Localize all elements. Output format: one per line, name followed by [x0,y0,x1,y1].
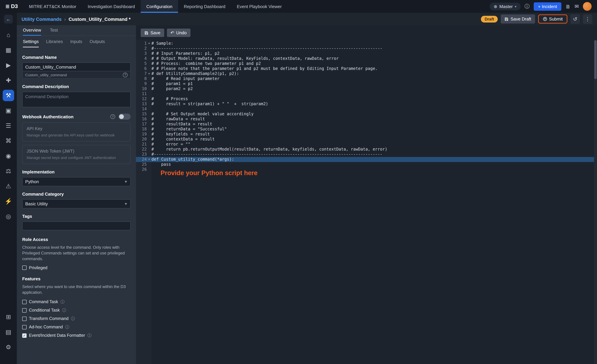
code-line-20[interactable]: 20# contextData = result [136,137,597,142]
alert-triangle-icon[interactable]: ⚠ [3,181,14,192]
avatar[interactable] [583,2,592,11]
pages-icon[interactable]: ⊞ [3,311,14,323]
implementation-select[interactable]: Python ▼ [22,177,131,186]
code-line-25[interactable]: 25 pass [136,162,597,167]
command-description-input[interactable] [22,92,131,107]
broadcast-icon[interactable]: ◉ [3,150,14,162]
api-key-card[interactable]: API Key Manage and generate the API keys… [22,122,131,142]
kebab-menu-button[interactable]: ⋮ [583,14,592,24]
info-icon[interactable]: ⓘ [87,333,92,338]
master-dropdown[interactable]: ⊕ Master ▾ [490,2,520,10]
integrations-icon[interactable]: ✚ [3,75,14,86]
code-line-11[interactable]: 11 [136,91,597,97]
feature-event-incident-data-formatter[interactable]: ✓Event/Incident Data Formatterⓘ [22,333,131,338]
code-line-21[interactable]: 21# error = "" [136,142,597,147]
chat-icon[interactable]: ✉ [575,3,579,9]
topnav-item-configuration[interactable]: Configuration [141,0,178,13]
code-line-8[interactable]: 8# # Read input parameter [136,76,597,81]
globe-icon: ⊕ [494,4,497,9]
document-icon[interactable]: 🗎 [566,4,571,9]
code-line-23[interactable]: 23#-------------------------------------… [136,152,597,157]
code-line-13[interactable]: 13# result = str(param1) + " " + str(par… [136,101,597,106]
code-line-2[interactable]: 2#--------------------------------------… [136,46,597,51]
incident-button[interactable]: + Incident [534,2,561,11]
panel-subtabs: SettingsLibrariesInputsOutputs [17,36,136,47]
code-line-24[interactable]: 24▾def Custom_utility_command(*args): [136,157,597,162]
editor-scrollbar[interactable] [594,40,597,364]
code-line-22[interactable]: 22# return pb.returnOutputModel(resultDa… [136,147,597,152]
topnav-item-event-playbook-viewer[interactable]: Event Playbook Viewer [231,0,288,13]
subtab-settings[interactable]: Settings [23,36,39,47]
playbook-icon[interactable]: ▶ [3,60,14,71]
fold-icon[interactable]: ▾ [147,157,151,162]
feature-transform-command[interactable]: Transform Commandⓘ [22,316,131,321]
code-line-16[interactable]: 16# rawData = result [136,117,597,122]
privileged-checkbox-row[interactable]: Privileged [22,265,131,270]
code-line-1[interactable]: 1▾# Sample: [136,41,597,46]
code-line-3[interactable]: 3# # Input Parameters: p1, p2 [136,51,597,56]
command-category-select[interactable]: Basic Utility ▼ [22,199,131,208]
editor-toolbar: Save ↶ Undo [136,25,597,40]
info-icon[interactable]: ⓘ [525,3,530,10]
code-line-12[interactable]: 12# # Process [136,97,597,101]
feature-conditional-task[interactable]: Conditional Taskⓘ [22,307,131,313]
code-line-6[interactable]: 6# # Please note that the parameter p1 a… [136,66,597,71]
topnav-item-reporting-dashboard[interactable]: Reporting Dashboard [178,0,231,13]
settings-gear-icon[interactable]: ⚙ [3,341,14,353]
code-line-14[interactable]: 14 [136,106,597,112]
info-icon[interactable]: ⓘ [62,307,66,313]
tab-overview[interactable]: Overview [23,25,41,36]
webhook-auth-toggle[interactable] [118,114,131,120]
submit-arrow-icon [543,17,547,21]
breadcrumb-parent-link[interactable]: Utility Commands [22,16,62,22]
info-icon[interactable]: ⓘ [60,299,64,305]
d3-logo[interactable]: ≣ D3 [0,0,23,13]
fold-icon[interactable]: ▾ [147,41,151,46]
save-draft-button[interactable]: Save Draft [501,15,535,23]
home-icon[interactable]: ⌂ [3,29,14,41]
subtab-outputs[interactable]: Outputs [90,36,105,47]
calendar-icon[interactable]: ▦ [3,44,14,56]
command-name-input[interactable] [22,62,131,71]
compliance-scale-icon[interactable]: ⚖ [3,165,14,177]
feature-ad-hoc-command[interactable]: Ad-hoc Commandⓘ [22,324,131,330]
info-icon[interactable]: ⓘ [65,324,69,330]
fold-icon [147,76,151,81]
code-line-4[interactable]: 4# # Output Model: rawData, resultData, … [136,56,597,61]
code-line-10[interactable]: 10# param2 = p2 [136,86,597,91]
editor-undo-button[interactable]: ↶ Undo [167,29,190,37]
code-line-15[interactable]: 15# # Set Output model value accordingly [136,112,597,117]
subtab-inputs[interactable]: Inputs [70,36,82,47]
code-area[interactable]: 1▾# Sample:2#---------------------------… [136,40,597,364]
code-line-18[interactable]: 18# returnData = "Successful" [136,127,597,132]
code-line-17[interactable]: 17# resultData = result [136,122,597,127]
connections-icon[interactable]: ⌘ [3,135,14,146]
feature-command-task[interactable]: Command Taskⓘ [22,299,131,305]
code-line-9[interactable]: 9# param1 = p1 [136,81,597,86]
fold-icon[interactable]: ▾ [147,71,151,76]
submit-button[interactable]: Submit [538,15,567,23]
code-line-19[interactable]: 19# keyfields = result [136,132,597,137]
editor-save-button[interactable]: Save [141,29,164,37]
history-button[interactable]: ↺ [570,14,580,24]
undo-icon: ↶ [171,30,174,35]
topnav-item-investigation-dashboard[interactable]: Investigation Dashboard [82,0,141,13]
automation-icon[interactable]: ⚡ [3,196,14,207]
data-stack-icon[interactable]: ☰ [3,120,14,131]
apps-icon[interactable]: ▣ [3,105,14,116]
utility-commands-icon[interactable]: ⚒ [3,90,14,101]
subtab-libraries[interactable]: Libraries [46,36,63,47]
fingerprint-icon[interactable]: ◎ [3,211,14,222]
code-line-7[interactable]: 7▾# def UtilityCommandSample2(p1, p2): [136,71,597,76]
back-button[interactable]: ← [4,15,13,23]
folder-icon[interactable]: ▤ [3,326,14,338]
editor-scrollbar-thumb[interactable] [594,40,597,79]
tags-input[interactable] [22,221,131,230]
jwt-card[interactable]: JSON Web Token (JWT) Manage secret keys … [22,145,131,164]
code-line-5[interactable]: 5# # Process: combine two parameter p1 a… [136,61,597,66]
tab-test[interactable]: Test [50,25,58,36]
webhook-help-icon[interactable]: ? [110,114,115,119]
info-icon[interactable]: ⓘ [71,316,75,321]
help-icon[interactable]: ? [123,72,127,77]
topnav-item-mitre-att-ck-monitor[interactable]: MITRE ATT&CK Monitor [23,0,82,13]
